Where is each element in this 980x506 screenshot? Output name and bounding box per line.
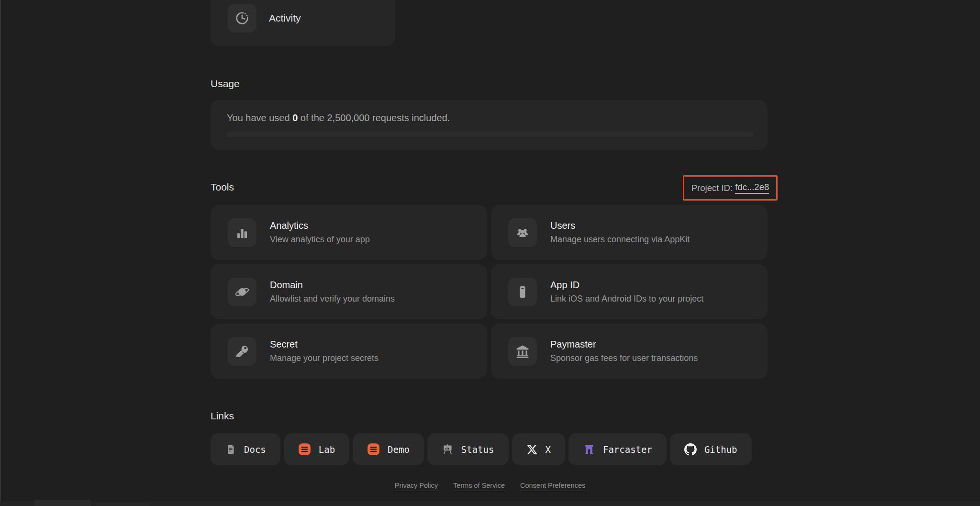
bank-icon	[508, 337, 537, 366]
planet-icon	[228, 278, 256, 306]
phone-icon	[508, 278, 537, 306]
usage-text: You have used 0 of the 2,500,000 request…	[227, 112, 450, 124]
status-icon	[442, 443, 454, 455]
links-row: Docs Lab Demo	[211, 433, 752, 465]
lab-icon	[298, 443, 311, 456]
tool-card-domain[interactable]: Domain Allowlist and verify your domains	[211, 264, 487, 319]
docs-icon	[225, 444, 236, 455]
link-button-label: Farcaster	[603, 444, 652, 455]
link-button-label: Github	[704, 444, 737, 455]
tool-card-users[interactable]: Users Manage users connecting via AppKit	[491, 205, 768, 260]
x-logo-icon	[526, 444, 538, 455]
key-icon	[228, 337, 256, 366]
usage-card: You have used 0 of the 2,500,000 request…	[211, 100, 768, 150]
tool-card-paymaster[interactable]: Paymaster Sponsor gas fees for user tran…	[491, 324, 768, 379]
footer-link-consent-preferences[interactable]: Consent Preferences	[520, 482, 585, 489]
footer-link-privacy-policy[interactable]: Privacy Policy	[395, 482, 438, 489]
project-id-highlight-box: Project ID: fdc...2e8	[683, 175, 778, 201]
demo-icon	[367, 443, 380, 456]
tool-title: Paymaster	[550, 339, 698, 350]
link-button-label: Lab	[319, 444, 335, 455]
bottom-cutoff-element	[96, 503, 149, 506]
project-id-value[interactable]: fdc...2e8	[735, 182, 769, 194]
link-button-x[interactable]: X	[512, 433, 565, 465]
link-button-farcaster[interactable]: Farcaster	[568, 433, 667, 465]
tool-title: Analytics	[270, 220, 370, 231]
tool-description: Manage your project secrets	[270, 353, 379, 363]
bottom-cutoff-element	[34, 500, 91, 506]
link-button-status[interactable]: Status	[427, 433, 509, 465]
links-heading: Links	[211, 410, 234, 422]
project-id-label: Project ID:	[691, 183, 733, 193]
link-button-lab[interactable]: Lab	[284, 433, 349, 465]
farcaster-icon	[583, 443, 595, 456]
link-button-label: X	[546, 444, 551, 455]
usage-used-count: 0	[292, 112, 298, 123]
activity-card-label: Activity	[269, 12, 301, 24]
users-icon	[508, 218, 537, 247]
tool-description: Sponsor gas fees for user transactions	[550, 353, 698, 363]
link-button-docs[interactable]: Docs	[211, 433, 280, 465]
footer-link-terms-of-service[interactable]: Terms of Service	[453, 482, 505, 489]
tool-description: View analytics of your app	[270, 235, 370, 245]
bar-chart-icon	[228, 218, 256, 247]
tool-title: Users	[550, 220, 690, 231]
tool-description: Manage users connecting via AppKit	[550, 235, 690, 245]
usage-heading: Usage	[211, 78, 240, 90]
tool-title: App ID	[550, 280, 703, 291]
tool-card-analytics[interactable]: Analytics View analytics of your app	[211, 205, 487, 260]
usage-text-prefix: You have used	[227, 112, 292, 123]
usage-text-suffix: of the 2,500,000 requests included.	[298, 112, 450, 123]
tools-heading: Tools	[211, 181, 234, 193]
tool-title: Domain	[270, 280, 395, 291]
tool-description: Link iOS and Android IDs to your project	[550, 294, 703, 304]
link-button-label: Demo	[388, 444, 410, 455]
viewport-left-edge	[0, 0, 1, 506]
link-button-label: Docs	[244, 444, 266, 455]
tool-card-secret[interactable]: Secret Manage your project secrets	[211, 324, 487, 379]
tool-title: Secret	[270, 339, 379, 350]
usage-progress-track	[227, 132, 753, 137]
clock-history-icon	[228, 4, 256, 33]
tool-description: Allowlist and verify your domains	[270, 294, 395, 304]
github-icon	[684, 443, 697, 456]
activity-card[interactable]: Activity	[211, 0, 395, 46]
link-button-github[interactable]: Github	[670, 433, 752, 465]
footer: Privacy Policy Terms of Service Consent …	[0, 482, 980, 489]
link-button-demo[interactable]: Demo	[353, 433, 424, 465]
tool-card-app-id[interactable]: App ID Link iOS and Android IDs to your …	[491, 264, 768, 319]
link-button-label: Status	[461, 444, 494, 455]
